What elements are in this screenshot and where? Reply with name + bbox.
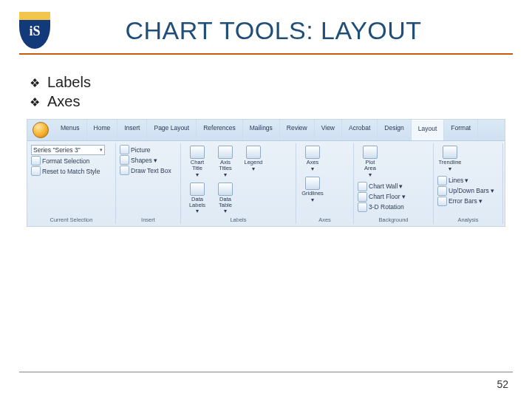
group-label-labels: Labels (185, 216, 292, 223)
group-label-insert: Insert (120, 216, 177, 223)
data-labels-icon (190, 183, 205, 196)
chart-wall-button[interactable]: Chart Wall ▾ (358, 182, 406, 191)
rotation-button[interactable]: 3-D Rotation (358, 202, 406, 212)
footer-divider (19, 372, 513, 372)
group-labels: Chart Title▾ Axis Titles▾ Legend▾ Data L… (181, 143, 296, 224)
axes-button[interactable]: Axes▾ (300, 145, 325, 173)
picture-label: Picture (131, 146, 150, 154)
chart-floor-label: Chart Floor (369, 193, 400, 200)
school-logo (19, 12, 50, 49)
updown-bars-icon (437, 186, 447, 196)
lines-button[interactable]: Lines ▾ (437, 176, 494, 185)
chart-floor-button[interactable]: Chart Floor ▾ (358, 192, 406, 202)
updown-bars-button[interactable]: Up/Down Bars ▾ (437, 186, 494, 196)
ribbon: Menus Home Insert Page Layout References… (27, 119, 505, 227)
chart-floor-icon (358, 192, 367, 202)
title-divider (19, 53, 513, 55)
tab-insert[interactable]: Insert (117, 120, 147, 140)
axis-titles-button[interactable]: Axis Titles▾ (213, 145, 238, 179)
gridlines-button[interactable]: Gridlines▾ (300, 176, 325, 204)
data-table-button[interactable]: Data Table▾ (213, 182, 238, 216)
slide-title: CHART TOOLS: LAYOUT (64, 16, 513, 45)
tab-mailings[interactable]: Mailings (243, 120, 280, 140)
reset-style-button[interactable]: Reset to Match Style (31, 166, 112, 176)
plot-area-icon (363, 146, 378, 159)
error-bars-icon (437, 197, 447, 206)
tab-format[interactable]: Format (444, 120, 478, 140)
format-selection-label: Format Selection (42, 157, 89, 165)
tab-acrobat[interactable]: Acrobat (342, 120, 378, 140)
textbox-label: Draw Text Box (131, 167, 171, 174)
data-labels-button[interactable]: Data Labels▾ (185, 182, 210, 216)
chart-element-selector[interactable]: Series "Series 3" ▾ (31, 145, 105, 155)
chevron-down-icon: ▾ (100, 147, 103, 153)
axis-titles-label: Axis Titles (214, 160, 236, 171)
data-table-label: Data Table (214, 197, 236, 208)
chart-element-value: Series "Series 3" (33, 146, 81, 154)
shapes-icon (120, 155, 129, 165)
error-bars-button[interactable]: Error Bars ▾ (437, 197, 494, 206)
chart-title-icon (190, 146, 205, 159)
gridlines-label: Gridlines (301, 191, 324, 197)
legend-label: Legend (244, 160, 262, 166)
reset-style-label: Reset to Match Style (42, 168, 100, 175)
office-orb-icon (33, 122, 49, 138)
group-analysis: Trendline▾ Lines ▾ Up/Down Bars ▾ Error … (434, 143, 503, 224)
tab-design[interactable]: Design (378, 120, 411, 140)
ribbon-tabs: Menus Home Insert Page Layout References… (27, 120, 505, 141)
rotation-label: 3-D Rotation (369, 203, 404, 211)
chart-wall-icon (358, 182, 367, 191)
group-label-axes: Axes (300, 216, 349, 223)
tab-menus[interactable]: Menus (54, 120, 87, 140)
axis-titles-icon (218, 146, 233, 159)
axes-icon (305, 146, 320, 159)
trendline-icon (443, 146, 457, 159)
group-insert: Picture Shapes ▾ Draw Text Box Insert (116, 143, 181, 224)
axes-label: Axes (307, 160, 319, 166)
reset-style-icon (31, 166, 41, 176)
updown-bars-label: Up/Down Bars (449, 187, 489, 194)
group-background: Plot Area▾ Chart Wall ▾ Chart Floor ▾ 3-… (354, 143, 434, 224)
format-selection-button[interactable]: Format Selection (31, 156, 112, 166)
bullet-list: Labels Axes (30, 74, 513, 110)
textbox-button[interactable]: Draw Text Box (120, 166, 177, 175)
lines-label: Lines (449, 177, 463, 184)
trendline-label: Trendline (439, 160, 462, 166)
picture-button[interactable]: Picture (120, 145, 177, 154)
data-table-icon (218, 183, 233, 196)
bullet-axes: Axes (30, 93, 513, 110)
page-number: 52 (497, 378, 508, 390)
plot-area-label: Plot Area (359, 160, 381, 171)
group-axes: Axes▾ Gridlines▾ Axes (296, 143, 354, 224)
ribbon-body: Series "Series 3" ▾ Format Selection Res… (27, 141, 505, 226)
group-current-selection: Series "Series 3" ▾ Format Selection Res… (27, 143, 116, 224)
gridlines-icon (305, 177, 320, 190)
group-label-selection: Current Selection (31, 216, 112, 223)
tab-review[interactable]: Review (280, 120, 315, 140)
textbox-icon (120, 166, 129, 175)
shapes-label: Shapes (131, 157, 152, 164)
chart-wall-label: Chart Wall (369, 183, 398, 190)
bullet-labels: Labels (30, 74, 513, 91)
chart-title-label: Chart Title (186, 160, 208, 171)
group-label-background: Background (358, 216, 429, 223)
error-bars-label: Error Bars (449, 197, 477, 205)
picture-icon (120, 145, 129, 154)
rotation-icon (358, 202, 367, 212)
shapes-button[interactable]: Shapes ▾ (120, 155, 177, 165)
tab-layout[interactable]: Layout (412, 120, 445, 140)
format-selection-icon (31, 156, 41, 166)
tab-home[interactable]: Home (87, 120, 118, 140)
legend-icon (246, 146, 261, 159)
data-labels-label: Data Labels (186, 197, 208, 208)
tab-page-layout[interactable]: Page Layout (147, 120, 197, 140)
legend-button[interactable]: Legend▾ (241, 145, 266, 173)
tab-view[interactable]: View (315, 120, 342, 140)
office-button[interactable] (27, 120, 54, 140)
trendline-button[interactable]: Trendline▾ (437, 145, 463, 173)
tab-references[interactable]: References (197, 120, 242, 140)
group-label-analysis: Analysis (437, 216, 499, 223)
lines-icon (437, 176, 447, 185)
plot-area-button[interactable]: Plot Area▾ (358, 145, 383, 179)
chart-title-button[interactable]: Chart Title▾ (185, 145, 210, 179)
